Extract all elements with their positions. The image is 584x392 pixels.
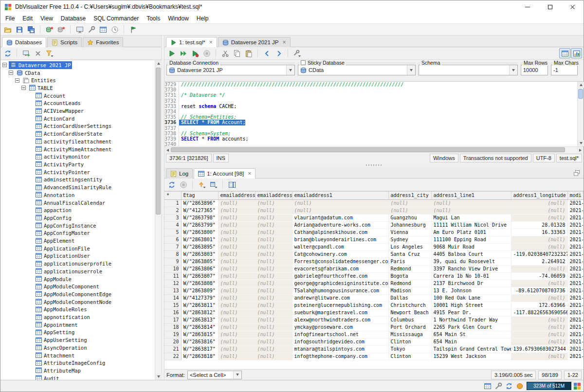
play-dot-icon[interactable]: [189, 48, 201, 58]
tree-item-aciviewmapper[interactable]: ACIViewMapper: [0, 107, 155, 115]
cell[interactable]: (null): [218, 250, 255, 258]
tree-item-dataverse-2021-jp[interactable]: Dataverse 2021 JP: [0, 61, 155, 69]
cell[interactable]: (null): [511, 323, 567, 331]
copy-icon[interactable]: [231, 48, 242, 58]
schema-select[interactable]: [419, 65, 518, 75]
cell[interactable]: Sydney: [388, 236, 431, 243]
cell[interactable]: info@thephone-company.com: [292, 353, 388, 360]
editor-hscrollbar[interactable]: [164, 146, 584, 153]
cell[interactable]: psteiner@lucernepublishing.com: [292, 302, 388, 309]
cell[interactable]: 111100 Epping Road: [431, 236, 511, 243]
cell[interactable]: brian@blueyonderairlines.com: [292, 236, 388, 243]
cell[interactable]: (null): [218, 353, 255, 360]
column-header-address1-line1[interactable]: address1_line1: [431, 192, 511, 199]
row-number[interactable]: 8: [164, 250, 181, 258]
status-windows[interactable]: Windows: [430, 154, 458, 162]
close-icon[interactable]: ×: [248, 171, 251, 177]
cell[interactable]: 3397 Rancho View Drive: [431, 265, 511, 272]
cell[interactable]: (null): [218, 265, 255, 272]
tree-item-adminsettingsentity[interactable]: adminsettingsentity: [0, 176, 155, 184]
cell[interactable]: walter@cpandl.com: [292, 243, 388, 250]
tab-log[interactable]: Log: [166, 168, 193, 178]
panel-splitter[interactable]: [161, 36, 164, 380]
cell[interactable]: sueburk@margiestravel.com: [292, 309, 388, 316]
row-number[interactable]: 12: [164, 280, 181, 287]
editor-line[interactable]: 3730: [164, 87, 577, 92]
cell[interactable]: (null): [255, 323, 292, 331]
save-icon[interactable]: [14, 24, 25, 35]
cell[interactable]: (null): [255, 265, 292, 272]
cell[interactable]: W/"2863811": [181, 302, 218, 309]
chevron-down-icon[interactable]: [509, 65, 517, 75]
status-grid-icon[interactable]: [483, 381, 493, 391]
tree-item-appmodulecomponentedge[interactable]: AppModuleComponentEdge: [0, 290, 155, 298]
scroll-down-icon[interactable]: [155, 374, 162, 380]
tree-item-asyncoperation[interactable]: AsyncOperation: [0, 344, 155, 352]
maximize-button[interactable]: [539, 0, 561, 13]
cell[interactable]: 1 Northwind Trader Way: [431, 316, 511, 323]
cell[interactable]: W/"2863808": [181, 280, 218, 287]
cell[interactable]: Forrest@consolidatedmessenger.com: [292, 258, 388, 265]
cell[interactable]: W/"2863813": [181, 316, 218, 323]
cell[interactable]: (null): [218, 229, 255, 236]
status-refresh-icon[interactable]: [504, 381, 514, 391]
cell[interactable]: (null): [511, 294, 567, 302]
cell[interactable]: info@fineartschool.net: [292, 331, 388, 338]
cell[interactable]: info@southridgevideo.com: [292, 338, 388, 345]
paste-icon[interactable]: [243, 48, 254, 58]
cell[interactable]: (null): [255, 221, 292, 229]
cell[interactable]: (null): [255, 207, 292, 214]
editor-line[interactable]: 3734: [164, 109, 577, 114]
sync-icon[interactable]: [2, 48, 13, 58]
splitter-grip[interactable]: [164, 163, 584, 167]
cell[interactable]: (null): [511, 207, 567, 214]
cell[interactable]: (null): [218, 236, 255, 243]
chevron-down-icon[interactable]: [407, 65, 415, 75]
cell[interactable]: W/"2863799": [181, 221, 218, 229]
tree-item-appusersetting[interactable]: AppUserSetting: [0, 336, 155, 344]
row-number[interactable]: 1: [164, 199, 181, 207]
cell[interactable]: 16.33363: [511, 229, 567, 236]
cell[interactable]: Dallas: [388, 294, 431, 302]
tree-item-applicationuser[interactable]: ApplicationUser: [0, 252, 155, 260]
cell[interactable]: (null): [511, 331, 567, 338]
cell[interactable]: -74.06059: [511, 272, 567, 280]
editor-line[interactable]: 3736SELECT * FROM Account;: [164, 120, 577, 125]
cell[interactable]: (null): [218, 331, 255, 338]
column-header-[interactable]: *: [164, 192, 181, 199]
cell[interactable]: W/"2863896": [181, 199, 218, 207]
tree-item-applicationuserprofile[interactable]: applicationuserprofile: [0, 260, 155, 267]
cell[interactable]: Madison: [388, 287, 431, 294]
connect-icon[interactable]: [44, 24, 55, 35]
cell[interactable]: 2265 Park Glen Court: [431, 323, 511, 331]
cell[interactable]: 2.264912: [511, 258, 567, 265]
cell[interactable]: 2021-: [567, 207, 584, 214]
tree-item-activityparty[interactable]: ActivityParty: [0, 160, 155, 168]
cell[interactable]: 9068 Muir Road: [431, 243, 511, 250]
cell[interactable]: W/"2863814": [181, 323, 218, 331]
tab-1-account-98[interactable]: 1: Account [98]×: [194, 168, 256, 178]
menu-view[interactable]: View: [36, 13, 57, 23]
cell[interactable]: george@graphicdesigninstitute.com: [292, 280, 388, 287]
tree-item-appconfigmaster[interactable]: AppConfigMaster: [0, 229, 155, 237]
cell[interactable]: 100 Red Oak Lane: [431, 294, 511, 302]
row-number[interactable]: 13: [164, 287, 181, 294]
tree-item-advancedsimilarityrule[interactable]: AdvancedSimilarityRule: [0, 183, 155, 191]
cell[interactable]: 2021-: [567, 294, 584, 302]
open-icon[interactable]: [2, 24, 13, 35]
row-number[interactable]: 20: [164, 338, 181, 345]
cell[interactable]: (null): [511, 280, 567, 287]
tab-favorites[interactable]: Favorites: [83, 37, 123, 47]
cell[interactable]: 2021-: [567, 353, 584, 360]
cell[interactable]: (null): [255, 294, 292, 302]
cell[interactable]: W/"2863895": [181, 243, 218, 250]
cell[interactable]: W/"2863807": [181, 272, 218, 280]
cell[interactable]: (null): [218, 221, 255, 229]
tab-scripts[interactable]: Scripts: [47, 37, 82, 47]
cell[interactable]: 172.63966: [511, 302, 567, 309]
gridopt-caret-icon[interactable]: [208, 179, 219, 190]
editor-line[interactable]: 3739SELECT * FROM accounts;: [164, 136, 577, 142]
sync-icon[interactable]: [166, 179, 177, 190]
cell[interactable]: 2021-: [567, 302, 584, 309]
column-header-emailaddress3[interactable]: emailaddress3: [218, 192, 255, 199]
